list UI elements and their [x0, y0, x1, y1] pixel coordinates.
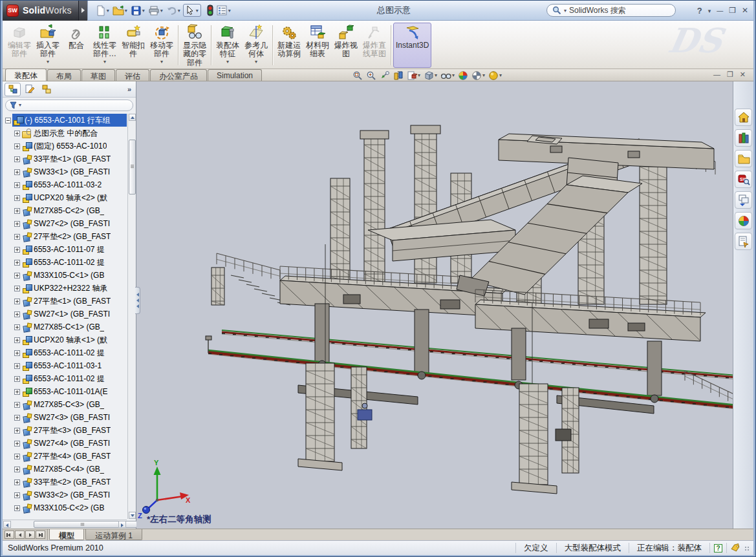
- tree-item[interactable]: 总图示意 中的配合: [4, 127, 127, 140]
- print-button[interactable]: ▾: [147, 4, 164, 17]
- previous-view-button[interactable]: [380, 70, 390, 81]
- solidworks-search-button[interactable]: SW: [735, 171, 752, 188]
- expand-toggle[interactable]: [14, 221, 20, 227]
- tree-item[interactable]: 33平垫<2> (GB_FAST: [4, 476, 127, 489]
- expand-toggle[interactable]: [14, 208, 20, 214]
- expand-toggle[interactable]: [14, 273, 20, 278]
- tab-office-products[interactable]: 办公室产品: [150, 69, 207, 81]
- tree-item[interactable]: 27平垫<2> (GB_FAST: [4, 230, 127, 243]
- expand-toggle[interactable]: [14, 402, 20, 408]
- zoom-to-fit-button[interactable]: [352, 70, 363, 81]
- panel-splitter-handle[interactable]: [135, 287, 140, 314]
- scroll-right-arrow[interactable]: [118, 521, 126, 528]
- custom-properties-button[interactable]: [735, 233, 752, 250]
- filter-caret[interactable]: [19, 102, 21, 108]
- feature-tree[interactable]: (-) 6553-AC-1001 行车组 总图示意 中的配合 (固定) 6553…: [3, 112, 136, 520]
- ribbon-button-exploded-view[interactable]: 爆炸视 图: [332, 23, 360, 68]
- scroll-down-arrow[interactable]: [129, 512, 136, 519]
- tree-item[interactable]: UCPX20 轴承<2> (默: [4, 191, 127, 204]
- view-palette-button[interactable]: [735, 191, 752, 209]
- expand-toggle[interactable]: [14, 492, 20, 498]
- options-button[interactable]: ▾: [215, 4, 232, 17]
- ribbon-button-show-hidden-components[interactable]: 显示隐 藏的零 部件: [180, 23, 209, 68]
- undo-button[interactable]: ▾: [166, 4, 182, 17]
- tree-item[interactable]: 6553-AC-1011-07 提: [4, 243, 127, 256]
- tree-item[interactable]: SW33<1> (GB_FASTI: [4, 165, 127, 178]
- tree-item[interactable]: (固定) 6553-AC-1010: [4, 140, 127, 152]
- panel-tab-overflow[interactable]: [127, 85, 134, 93]
- expand-toggle[interactable]: [14, 363, 20, 369]
- expand-toggle[interactable]: [14, 286, 20, 291]
- tab-assembly[interactable]: 装配体: [5, 68, 47, 81]
- expand-toggle[interactable]: [14, 505, 20, 511]
- search-box[interactable]: SolidWorks 搜索: [546, 4, 676, 17]
- resize-grip[interactable]: [743, 543, 751, 553]
- expand-toggle[interactable]: [14, 428, 20, 434]
- tab-simulation[interactable]: Simulation: [208, 69, 262, 81]
- maximize-button[interactable]: [729, 6, 736, 15]
- expand-toggle[interactable]: [14, 299, 20, 304]
- tree-vertical-scrollbar[interactable]: [127, 114, 136, 519]
- help-button[interactable]: [697, 6, 702, 16]
- tab-feature-manager-design-tree[interactable]: [5, 83, 21, 96]
- tree-item[interactable]: 6553-AC-1011-03-1: [4, 359, 127, 372]
- first-tab-button[interactable]: [5, 531, 14, 539]
- help-caret[interactable]: [708, 6, 711, 15]
- tab-evaluate[interactable]: 评估: [116, 69, 149, 81]
- tree-item[interactable]: 27平垫<3> (GB_FAST: [4, 424, 127, 437]
- doc-close-button[interactable]: [740, 70, 746, 79]
- expand-toggle[interactable]: [14, 234, 20, 240]
- tree-item[interactable]: M27X85-C<3> (GB_: [4, 398, 127, 411]
- expand-toggle[interactable]: [14, 454, 20, 459]
- tree-item[interactable]: 6553-AC-1011-01A(E: [4, 385, 127, 398]
- scroll-thumb[interactable]: [129, 140, 136, 194]
- ribbon-button-assembly-features[interactable]: 装配体 特征: [213, 23, 242, 68]
- gantry-crane-model[interactable]: [206, 125, 733, 494]
- apply-scene-button[interactable]: [471, 70, 485, 81]
- display-style-button[interactable]: [424, 70, 437, 81]
- scroll-up-arrow[interactable]: [129, 114, 136, 121]
- tree-item[interactable]: UKP322+H2322 轴承: [4, 282, 127, 295]
- ribbon-button-linear-component-pattern[interactable]: 线性零 部件…: [91, 23, 119, 68]
- menu-expand-arrow[interactable]: [79, 1, 88, 21]
- ribbon-button-move-component[interactable]: 移动零 部件: [147, 23, 176, 68]
- tree-item[interactable]: 6553-AC-1011-02 提: [4, 346, 127, 359]
- expand-toggle[interactable]: [14, 260, 20, 266]
- expand-toggle[interactable]: [14, 169, 20, 175]
- expand-toggle[interactable]: [14, 389, 20, 395]
- expand-toggle[interactable]: [14, 131, 20, 136]
- expand-toggle[interactable]: [14, 143, 20, 149]
- tree-item[interactable]: M27X85-C<4> (GB_: [4, 463, 127, 476]
- tab-motion-study-1[interactable]: 运动算例 1: [85, 529, 142, 540]
- collapse-toggle[interactable]: [5, 118, 11, 123]
- tree-item[interactable]: M27X85-C<2> (GB_: [4, 204, 127, 217]
- tree-item[interactable]: 33平垫<1> (GB_FAST: [4, 152, 127, 165]
- open-button[interactable]: ▾: [112, 4, 129, 17]
- tree-item[interactable]: SW33<2> (GB_FASTI: [4, 489, 127, 501]
- view-orientation-button[interactable]: [407, 70, 420, 81]
- doc-restore-button[interactable]: [727, 70, 733, 79]
- 3d-model-canvas[interactable]: Y X Z *左右二等角轴测: [136, 81, 733, 529]
- solidworks-resources-button[interactable]: [735, 109, 752, 126]
- new-document-button[interactable]: ▾: [94, 4, 111, 17]
- tree-item[interactable]: 6553-AC-1011-02 提: [4, 256, 127, 269]
- search-scope-caret[interactable]: [564, 8, 567, 14]
- expand-toggle[interactable]: [14, 479, 20, 485]
- design-library-button[interactable]: [735, 129, 752, 147]
- tree-item[interactable]: SW27<2> (GB_FASTI: [4, 217, 127, 230]
- tree-horizontal-scrollbar[interactable]: [3, 520, 127, 529]
- next-tab-button[interactable]: [25, 531, 35, 539]
- tree-item[interactable]: M27X85-C<1> (GB_: [4, 321, 127, 333]
- graphics-viewport[interactable]: Y X Z *左右二等角轴测: [136, 81, 733, 529]
- expand-toggle[interactable]: [14, 182, 20, 188]
- tree-item[interactable]: 6553-AC-1011-02 提: [4, 372, 127, 385]
- tab-layout[interactable]: 布局: [47, 69, 81, 81]
- tree-item[interactable]: 6553-AC-1011-03-2: [4, 178, 127, 191]
- tree-item[interactable]: M33X105-C<2> (GB: [4, 501, 127, 514]
- tags-button[interactable]: [726, 543, 743, 553]
- quick-tips-toggle[interactable]: ?: [709, 543, 726, 553]
- doc-minimize-button[interactable]: [713, 70, 720, 79]
- file-explorer-button[interactable]: [735, 150, 752, 167]
- rebuild-button[interactable]: [206, 3, 214, 17]
- tree-item[interactable]: UCPX20 轴承<1> (默: [4, 333, 127, 346]
